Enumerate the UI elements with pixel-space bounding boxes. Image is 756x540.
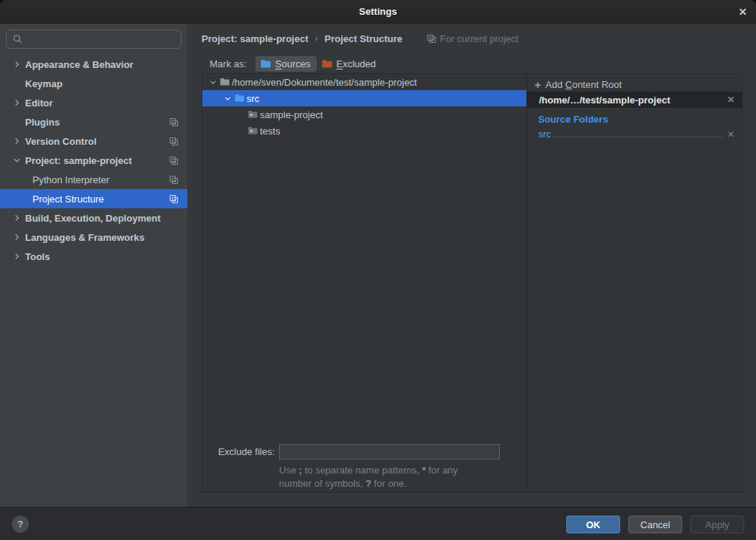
dotted-leader — [552, 137, 723, 137]
add-content-root-button[interactable]: + Add Content Root — [535, 77, 622, 92]
mark-as-sources-button[interactable]: Sources — [255, 56, 317, 72]
chevron-right-icon — [12, 136, 22, 146]
remove-source-folder-icon[interactable]: ✕ — [727, 129, 735, 140]
scope-note: For current project — [427, 33, 518, 44]
help-button[interactable]: ? — [12, 516, 29, 533]
mark-as-excluded-button[interactable]: Excluded — [317, 56, 382, 72]
content-root-entry[interactable]: /home/…/test/sample-project ✕ — [527, 92, 742, 108]
titlebar: Settings ✕ — [0, 0, 756, 24]
sidebar-item-project[interactable]: Project: sample-project — [0, 151, 188, 170]
cancel-button[interactable]: Cancel — [628, 516, 682, 533]
chevron-right-icon — [12, 59, 22, 69]
ok-button[interactable]: OK — [566, 516, 620, 533]
exclude-files-row: Exclude files: — [202, 444, 500, 459]
sidebar-item-languages-frameworks[interactable]: Languages & Frameworks — [0, 228, 188, 247]
content-root-pane: + Add Content Root /home/…/test/sample-p… — [527, 74, 742, 492]
search-icon — [13, 34, 23, 44]
exclude-files-hint: Use ; to separate name patterns, * for a… — [279, 464, 458, 491]
chevron-right-icon — [12, 213, 22, 223]
content-tree-pane: /home/sven/Dokumente/test/sample-project… — [202, 74, 527, 492]
folder-icon — [219, 77, 230, 87]
breadcrumb: Project: sample-project › Project Struct… — [202, 30, 518, 47]
close-icon[interactable]: ✕ — [738, 0, 747, 24]
content-root-path: /home/…/test/sample-project — [539, 95, 670, 106]
sources-folder-icon — [260, 58, 272, 69]
source-folder-icon — [234, 93, 245, 103]
breadcrumb-project[interactable]: Project: sample-project — [202, 33, 309, 44]
breadcrumb-separator: › — [315, 33, 318, 44]
shared-settings-icon — [169, 117, 179, 127]
sidebar-item-plugins[interactable]: Plugins — [0, 112, 188, 131]
settings-main: Project: sample-project › Project Struct… — [189, 24, 756, 507]
folder-icon — [247, 109, 258, 120]
shared-settings-icon — [169, 156, 179, 165]
settings-nav: Appearance & Behavior Keymap Editor Plug… — [0, 55, 188, 266]
chevron-down-icon — [12, 155, 22, 165]
chevron-right-icon — [12, 232, 22, 242]
shared-settings-icon — [169, 175, 179, 185]
sidebar-item-version-control[interactable]: Version Control — [0, 131, 188, 151]
sidebar-item-editor[interactable]: Editor — [0, 93, 188, 112]
settings-search[interactable] — [6, 30, 182, 49]
sidebar-item-python-interpreter[interactable]: Python Interpreter — [0, 170, 188, 189]
chevron-down-icon — [223, 94, 233, 103]
tree-row-content-root[interactable]: /home/sven/Dokumente/test/sample-project — [202, 74, 526, 90]
chevron-down-icon — [208, 78, 218, 87]
project-structure-panel: /home/sven/Dokumente/test/sample-project… — [202, 73, 743, 493]
settings-sidebar: Appearance & Behavior Keymap Editor Plug… — [0, 24, 188, 507]
tree-row-src[interactable]: src — [202, 90, 526, 106]
excluded-folder-icon — [321, 58, 333, 69]
exclude-files-input[interactable] — [279, 444, 500, 459]
breadcrumb-section: Project Structure — [325, 33, 402, 44]
shared-settings-icon — [169, 137, 179, 146]
remove-content-root-icon[interactable]: ✕ — [727, 95, 735, 105]
source-folder-name: src — [538, 129, 551, 140]
plus-icon: + — [535, 78, 541, 91]
sidebar-item-appearance-behavior[interactable]: Appearance & Behavior — [0, 55, 188, 74]
sidebar-item-tools[interactable]: Tools — [0, 247, 188, 266]
sidebar-item-keymap[interactable]: Keymap — [0, 74, 188, 93]
dialog-title: Settings — [359, 6, 396, 17]
exclude-files-label: Exclude files: — [202, 446, 275, 457]
sidebar-item-build-execution-deployment[interactable]: Build, Execution, Deployment — [0, 208, 188, 228]
chevron-right-icon — [12, 251, 22, 262]
apply-button[interactable]: Apply — [690, 516, 744, 533]
mark-as-label: Mark as: — [210, 58, 247, 69]
chevron-right-icon — [12, 98, 22, 108]
sidebar-item-project-structure[interactable]: Project Structure — [0, 189, 188, 208]
shared-settings-icon — [169, 194, 179, 204]
shared-settings-icon — [427, 34, 436, 44]
tree-row-tests[interactable]: tests — [202, 123, 526, 139]
folder-icon — [247, 126, 258, 136]
source-folder-entry-src[interactable]: src ✕ — [538, 129, 735, 140]
dialog-footer: ? OK Cancel Apply — [0, 507, 756, 540]
settings-dialog: Settings ✕ Appearance & Behavior Keymap … — [0, 0, 756, 540]
tree-row-sample-project[interactable]: sample-project — [202, 106, 526, 123]
search-input[interactable] — [27, 34, 175, 45]
mark-as-toolbar: Mark as: Sources Excluded — [210, 55, 382, 72]
source-folders-title: Source Folders — [538, 114, 608, 125]
